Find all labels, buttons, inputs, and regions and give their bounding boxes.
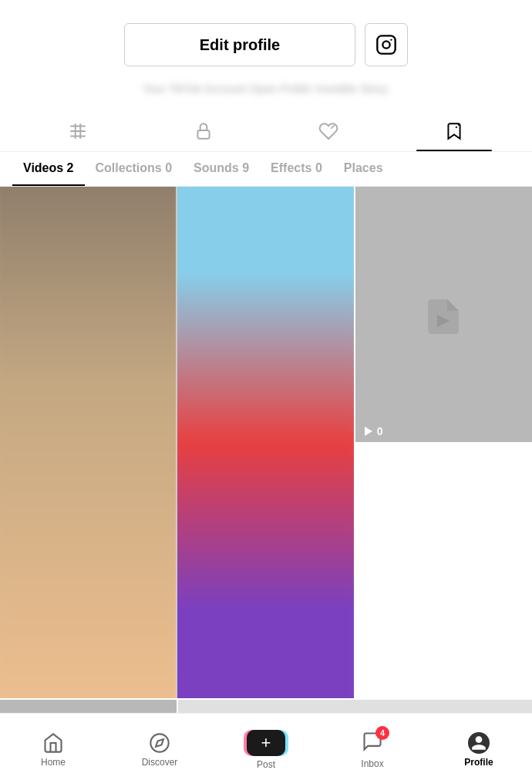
tab-icon-liked[interactable] <box>266 111 392 151</box>
bio-text: Your TikTok Account Open Public Invisibl… <box>143 82 390 95</box>
svg-line-9 <box>332 125 335 128</box>
video-play-count-3: 0 <box>362 425 383 437</box>
svg-marker-15 <box>156 739 163 747</box>
bookmark-icon <box>444 121 464 141</box>
nav-label-inbox: Inbox <box>361 758 383 769</box>
tab-icon-saved[interactable] <box>392 111 517 151</box>
grid-icon <box>68 121 88 141</box>
play-icon <box>362 425 374 437</box>
tab-icon-grid[interactable] <box>15 111 141 151</box>
top-actions-bar: Edit profile <box>0 0 532 82</box>
edit-profile-button[interactable]: Edit profile <box>124 23 355 66</box>
tab-videos[interactable]: Videos 2 <box>12 152 85 186</box>
profile-avatar <box>468 732 490 754</box>
bottom-nav: Home Discover + Post 4 Inbox Pro <box>0 713 532 780</box>
tab-collections[interactable]: Collections 0 <box>85 152 184 186</box>
lock-icon <box>194 121 214 141</box>
instagram-icon <box>375 34 397 56</box>
instagram-button[interactable] <box>365 23 408 66</box>
nav-label-post: Post <box>257 759 275 770</box>
nav-label-discover: Discover <box>142 757 178 768</box>
video-cell-3[interactable]: 0 <box>355 187 532 442</box>
nav-item-inbox[interactable]: 4 Inbox <box>319 724 426 769</box>
nav-label-profile: Profile <box>464 757 493 768</box>
post-plus-icon: + <box>247 730 285 756</box>
inbox-badge: 4 <box>375 726 389 740</box>
tab-icon-lock[interactable] <box>141 111 267 151</box>
discover-icon <box>149 732 170 754</box>
home-icon <box>42 732 64 754</box>
nav-item-post[interactable]: + Post <box>213 724 319 770</box>
video-grid-container: 0 <box>0 187 532 780</box>
svg-point-1 <box>382 41 389 48</box>
tab-places[interactable]: Places <box>333 152 394 186</box>
bio-section: Your TikTok Account Open Public Invisibl… <box>0 82 532 111</box>
nav-item-discover[interactable]: Discover <box>106 726 213 768</box>
nav-item-profile[interactable]: Profile <box>426 726 532 768</box>
tab-effects[interactable]: Effects 0 <box>260 152 333 186</box>
video-placeholder-icon <box>420 292 466 338</box>
inbox-wrapper: 4 <box>362 731 383 755</box>
nav-label-home: Home <box>41 757 66 768</box>
svg-rect-8 <box>197 130 209 139</box>
svg-point-2 <box>390 39 392 40</box>
svg-line-10 <box>456 124 459 127</box>
nav-item-home[interactable]: Home <box>0 726 106 768</box>
heart-icon <box>318 121 338 141</box>
post-button-icon: + <box>247 730 285 756</box>
svg-marker-12 <box>365 427 372 436</box>
tab-sounds[interactable]: Sounds 9 <box>183 152 260 186</box>
person-icon <box>470 734 487 751</box>
svg-rect-0 <box>377 35 395 53</box>
text-tabs-row: Videos 2 Collections 0 Sounds 9 Effects … <box>0 152 532 187</box>
icon-tabs-row <box>0 111 532 152</box>
svg-point-14 <box>150 734 168 751</box>
video-cell-1[interactable] <box>0 187 354 698</box>
